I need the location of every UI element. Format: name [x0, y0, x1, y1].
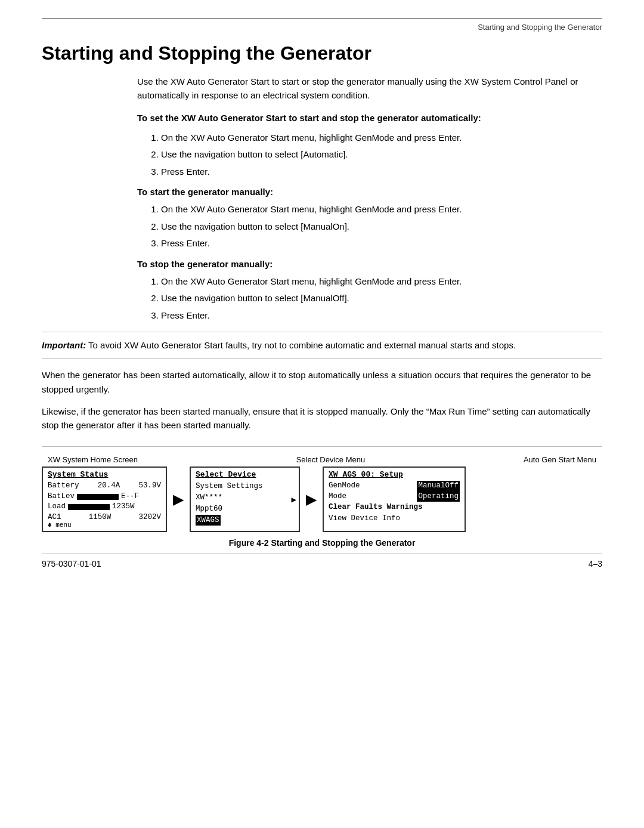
- load-bar: [68, 504, 110, 510]
- manual-stop-step-1: On the XW Auto Generator Start menu, hig…: [161, 275, 602, 289]
- select-device-screen: Select Device System Settings XW**** Mpp…: [190, 466, 300, 532]
- auto-step-3: Press Enter.: [161, 165, 602, 179]
- home-screen: System Status Battery 20.4A 53.9V BatLev…: [42, 466, 167, 532]
- page: Starting and Stopping the Generator Star…: [0, 0, 644, 828]
- figure-caption: Figure 4-2 Starting and Stopping the Gen…: [42, 538, 602, 548]
- device-item-4-selected: XWAGS: [196, 515, 221, 526]
- auto-step-1: On the XW Auto Generator Start menu, hig…: [161, 131, 602, 145]
- menu-label: ♣ menu: [48, 521, 72, 529]
- header: Starting and Stopping the Generator: [42, 18, 602, 32]
- auto-steps-list: On the XW Auto Generator Start menu, hig…: [161, 131, 602, 179]
- auto-gen-title: XW AGS 00: Setup: [329, 470, 460, 479]
- manual-stop-heading: To stop the generator manually:: [137, 259, 602, 269]
- device-item-3: Mppt60: [196, 503, 294, 515]
- ac1-watts: 1150W: [89, 512, 112, 523]
- load-label: Load: [48, 502, 66, 512]
- figure-label-3: Auto Gen Start Menu: [524, 455, 596, 464]
- mode-row: Mode Operating: [329, 492, 460, 502]
- ac1-volts: 3202V: [138, 512, 161, 523]
- battery-row: Battery 20.4A 53.9V: [48, 481, 161, 492]
- intro-paragraph: Use the XW Auto Generator Start to start…: [137, 75, 602, 102]
- device-item-1: System Settings: [196, 481, 294, 492]
- footer-page-number: 4–3: [589, 559, 602, 569]
- arrow-2: ▶: [300, 491, 323, 508]
- select-device-title: Select Device: [196, 470, 294, 479]
- manual-start-step-3: Press Enter.: [161, 237, 602, 251]
- batlev-val: E--F: [121, 492, 139, 502]
- auto-step-2: Use the navigation button to select [Aut…: [161, 148, 602, 162]
- batlev-bar: [77, 494, 119, 500]
- figure-label-1: XW System Home Screen: [48, 455, 138, 464]
- batlev-label: BatLev: [48, 492, 75, 502]
- important-box: Important: To avoid XW Auto Generator St…: [42, 332, 602, 359]
- mode-label: Mode: [329, 492, 346, 502]
- battery-label: Battery: [48, 481, 79, 492]
- important-text: To avoid XW Auto Generator Start faults,…: [88, 340, 516, 350]
- footer: 975-0307-01-01 4–3: [42, 554, 602, 569]
- manual-start-step-2: Use the navigation button to select [Man…: [161, 220, 602, 234]
- genmode-label: GenMode: [329, 481, 360, 492]
- figure-labels: XW System Home Screen Select Device Menu…: [42, 455, 602, 464]
- home-screen-title: System Status: [48, 470, 161, 479]
- mode-value: Operating: [417, 492, 460, 502]
- page-title: Starting and Stopping the Generator: [42, 42, 602, 64]
- arrow-1: ▶: [167, 491, 190, 508]
- device-item-2: XW****: [196, 492, 294, 503]
- manual-start-heading: To start the generator manually:: [137, 187, 602, 197]
- auto-gen-screen: XW AGS 00: Setup GenMode ManualOff Mode …: [323, 466, 466, 532]
- clear-faults-row: Clear Faults Warnings: [329, 502, 460, 513]
- genmode-value: ManualOff: [417, 481, 460, 492]
- battery-amps: 20.4A: [98, 481, 120, 492]
- genmode-row: GenMode ManualOff: [329, 481, 460, 492]
- body-para-2: Likewise, if the generator has been star…: [42, 404, 602, 432]
- manual-stop-list: On the XW Auto Generator Start menu, hig…: [161, 275, 602, 323]
- battery-volts: 53.9V: [138, 481, 161, 492]
- figure-label-2: Select Device Menu: [296, 455, 366, 464]
- load-row: Load 1235W: [48, 502, 161, 512]
- header-title: Starting and Stopping the Generator: [478, 23, 602, 32]
- figure-section: XW System Home Screen Select Device Menu…: [42, 446, 602, 548]
- important-label: Important:: [42, 340, 86, 350]
- manual-stop-step-2: Use the navigation button to select [Man…: [161, 292, 602, 305]
- manual-stop-step-3: Press Enter.: [161, 309, 602, 323]
- batlev-row: BatLev E--F: [48, 492, 161, 502]
- scroll-indicator: ▶: [292, 495, 296, 505]
- load-val: 1235W: [112, 502, 135, 512]
- body-para-1: When the generator has been started auto…: [42, 368, 602, 396]
- manual-start-list: On the XW Auto Generator Start menu, hig…: [161, 203, 602, 251]
- view-device-info-row: View Device Info: [329, 513, 460, 524]
- figure-screens: System Status Battery 20.4A 53.9V BatLev…: [42, 466, 602, 532]
- auto-section-heading: To set the XW Auto Generator Start to st…: [137, 112, 602, 125]
- manual-start-step-1: On the XW Auto Generator Start menu, hig…: [161, 203, 602, 217]
- footer-doc-number: 975-0307-01-01: [42, 559, 101, 569]
